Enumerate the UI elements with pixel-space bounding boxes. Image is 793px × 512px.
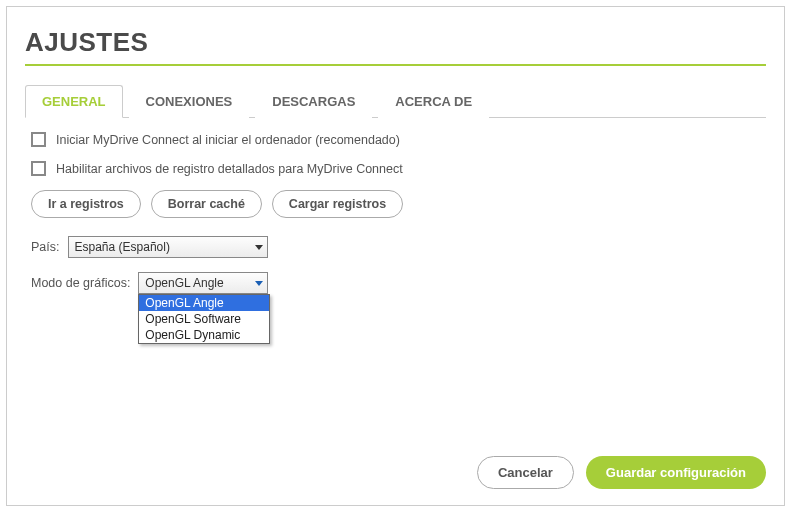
tab-descargas[interactable]: DESCARGAS xyxy=(255,85,372,118)
upload-logs-button[interactable]: Cargar registros xyxy=(272,190,403,218)
checkbox-start-on-boot[interactable] xyxy=(31,132,46,147)
cancel-button[interactable]: Cancelar xyxy=(477,456,574,489)
tab-acerca[interactable]: ACERCA DE xyxy=(378,85,489,118)
checkbox-row-start: Iniciar MyDrive Connect al iniciar el or… xyxy=(31,132,760,147)
log-buttons-row: Ir a registros Borrar caché Cargar regis… xyxy=(31,190,760,218)
clear-cache-button[interactable]: Borrar caché xyxy=(151,190,262,218)
graphics-label: Modo de gráficos: xyxy=(31,276,130,290)
settings-dialog: AJUSTES GENERAL CONEXIONES DESCARGAS ACE… xyxy=(6,6,785,506)
checkbox-label-start: Iniciar MyDrive Connect al iniciar el or… xyxy=(56,133,400,147)
country-row: País: España (Español) xyxy=(31,236,760,258)
save-button[interactable]: Guardar configuración xyxy=(586,456,766,489)
checkbox-row-logs: Habilitar archivos de registro detallado… xyxy=(31,161,760,176)
general-panel: Iniciar MyDrive Connect al iniciar el or… xyxy=(25,118,766,294)
country-label: País: xyxy=(31,240,60,254)
graphics-option-software[interactable]: OpenGL Software xyxy=(139,311,269,327)
graphics-dropdown: OpenGL Angle OpenGL Software OpenGL Dyna… xyxy=(138,294,270,344)
graphics-select-value: OpenGL Angle xyxy=(145,276,223,290)
graphics-row: Modo de gráficos: OpenGL Angle OpenGL An… xyxy=(31,272,760,294)
graphics-option-dynamic[interactable]: OpenGL Dynamic xyxy=(139,327,269,343)
go-to-logs-button[interactable]: Ir a registros xyxy=(31,190,141,218)
graphics-select[interactable]: OpenGL Angle OpenGL Angle OpenGL Softwar… xyxy=(138,272,268,294)
checkbox-label-logs: Habilitar archivos de registro detallado… xyxy=(56,162,403,176)
tab-conexiones[interactable]: CONEXIONES xyxy=(129,85,250,118)
country-select[interactable]: España (Español) xyxy=(68,236,268,258)
tab-bar: GENERAL CONEXIONES DESCARGAS ACERCA DE xyxy=(25,84,766,118)
title-underline xyxy=(25,64,766,66)
chevron-down-icon xyxy=(255,281,263,286)
page-title: AJUSTES xyxy=(25,27,766,58)
checkbox-enable-logs[interactable] xyxy=(31,161,46,176)
graphics-option-angle[interactable]: OpenGL Angle xyxy=(139,295,269,311)
country-select-value: España (Español) xyxy=(75,240,170,254)
chevron-down-icon xyxy=(255,245,263,250)
dialog-footer: Cancelar Guardar configuración xyxy=(477,456,766,489)
tab-general[interactable]: GENERAL xyxy=(25,85,123,118)
